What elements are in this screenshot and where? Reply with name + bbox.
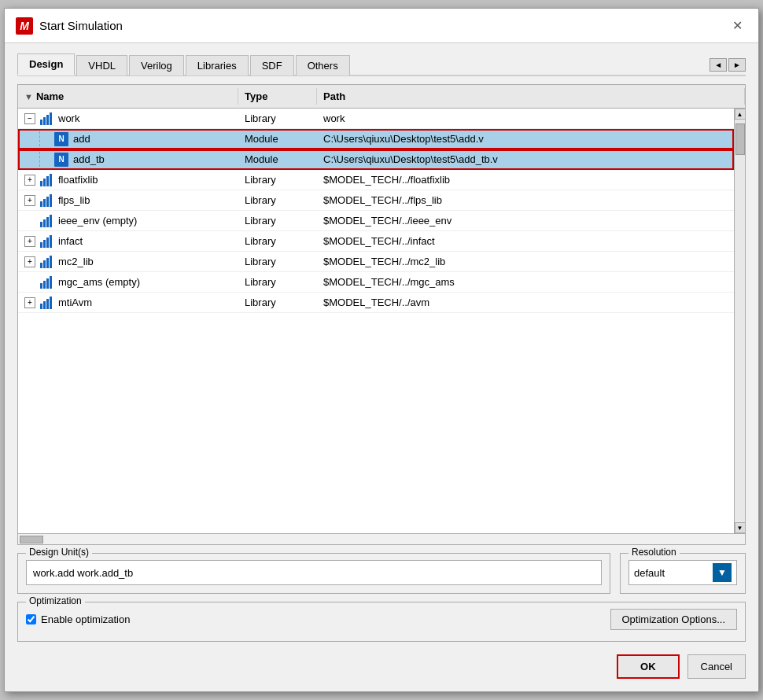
tree-row[interactable]: mgc_ams (empty) Library $MODEL_TECH/../m…	[18, 272, 734, 293]
expand-floatfixlib[interactable]: +	[24, 175, 35, 186]
app-icon: M	[16, 17, 33, 35]
library-icon	[39, 275, 53, 289]
svg-rect-5	[43, 179, 46, 186]
horizontal-scrollbar[interactable]	[18, 533, 745, 544]
scroll-thumb[interactable]	[735, 123, 745, 155]
svg-rect-8	[40, 201, 42, 207]
no-expand	[24, 216, 35, 227]
type-cell: Library	[238, 109, 317, 128]
tab-design[interactable]: Design	[17, 53, 75, 76]
svg-rect-7	[50, 174, 52, 186]
optimization-options-button[interactable]: Optimization Options...	[610, 609, 738, 630]
dialog-content: Design VHDL Verilog Libraries SDF Others…	[5, 43, 758, 691]
tab-sdf[interactable]: SDF	[250, 55, 294, 76]
tree-row[interactable]: + mc2_lib Library $MODEL_TECH/../mc2_lib	[18, 252, 734, 272]
resolution-label: Resolution	[628, 547, 680, 558]
tab-vhdl[interactable]: VHDL	[76, 55, 127, 76]
title-bar: M Start Simulation ✕	[5, 9, 758, 43]
name-cell: ieee_env (empty)	[18, 211, 238, 230]
svg-rect-16	[40, 242, 42, 248]
svg-rect-13	[43, 219, 46, 227]
expand-mtiavm[interactable]: +	[24, 297, 35, 308]
name-cell: N add_tb	[18, 149, 238, 169]
svg-rect-17	[43, 240, 46, 248]
optimization-label: Optimization	[26, 595, 85, 606]
tree-row[interactable]: N add_tb Module C:\Users\qiuxu\Desktop\t…	[18, 149, 734, 170]
svg-rect-19	[50, 235, 52, 248]
optimization-row: Enable optimization Optimization Options…	[26, 609, 737, 630]
library-icon	[39, 234, 53, 249]
tree-row[interactable]: + infact Library $MODEL_TECH/../infact	[18, 231, 734, 252]
tree-row[interactable]: + flps_lib Library $MODEL_TECH/../flps_l…	[18, 190, 734, 211]
svg-rect-4	[40, 181, 42, 186]
library-icon	[39, 173, 53, 187]
tree-body: − work Library work	[18, 109, 734, 533]
tab-bar: Design VHDL Verilog Libraries SDF Others…	[17, 53, 746, 76]
design-units-label: Design Unit(s)	[26, 547, 92, 558]
path-cell: $MODEL_TECH/../mgc_ams	[317, 272, 734, 292]
tree-row[interactable]: ieee_env (empty) Library $MODEL_TECH/../…	[18, 211, 734, 231]
name-cell: + infact	[18, 231, 238, 251]
path-cell: work	[317, 109, 734, 128]
svg-rect-2	[46, 115, 49, 125]
scroll-down-button[interactable]: ▼	[735, 522, 746, 533]
tree-row[interactable]: + mtiAvm Library $MODEL_TECH/../avm	[18, 293, 734, 313]
type-cell: Library	[238, 170, 317, 190]
expand-work[interactable]: −	[24, 113, 35, 124]
svg-rect-3	[50, 112, 52, 125]
svg-rect-30	[46, 299, 49, 309]
tab-libraries[interactable]: Libraries	[186, 55, 249, 76]
svg-rect-29	[43, 301, 46, 309]
resolution-select[interactable]: default ▼	[628, 560, 737, 585]
path-cell: $MODEL_TECH/../avm	[317, 293, 734, 312]
library-icon	[39, 296, 53, 310]
resolution-group: Resolution default ▼	[620, 553, 746, 594]
dropdown-arrow-icon: ▼	[713, 563, 732, 582]
svg-rect-11	[50, 194, 52, 207]
col-path: Path	[317, 88, 745, 105]
cancel-button[interactable]: Cancel	[687, 654, 746, 679]
scroll-track	[735, 120, 745, 522]
svg-rect-6	[46, 176, 49, 186]
module-icon: N	[54, 132, 68, 146]
optimization-check-row: Enable optimization	[26, 613, 130, 625]
svg-rect-24	[40, 283, 42, 289]
type-cell: Library	[238, 190, 317, 210]
path-cell: $MODEL_TECH/../ieee_env	[317, 211, 734, 230]
expand-flps-lib[interactable]: +	[24, 195, 35, 206]
h-scroll-thumb[interactable]	[20, 536, 43, 543]
tree-row[interactable]: − work Library work	[18, 109, 734, 129]
close-button[interactable]: ✕	[728, 17, 747, 35]
library-icon	[39, 214, 53, 228]
tree-header: ▼ Name Type Path	[18, 85, 745, 109]
scroll-up-button[interactable]: ▲	[735, 109, 746, 120]
svg-rect-23	[50, 256, 52, 268]
tab-nav: ◄ ►	[710, 58, 746, 75]
library-icon	[39, 112, 53, 126]
name-cell: mgc_ams (empty)	[18, 272, 238, 292]
svg-rect-31	[50, 297, 52, 309]
tab-verilog[interactable]: Verilog	[129, 55, 184, 76]
vertical-scrollbar[interactable]: ▲ ▼	[734, 109, 745, 533]
name-cell: + floatfixlib	[18, 170, 238, 190]
tree-row[interactable]: N add Module C:\Users\qiuxu\Desktop\test…	[18, 129, 734, 149]
type-cell: Library	[238, 231, 317, 251]
name-cell: + mc2_lib	[18, 252, 238, 271]
svg-rect-10	[46, 197, 49, 207]
type-cell: Library	[238, 293, 317, 312]
ok-button[interactable]: OK	[617, 654, 680, 679]
tab-scroll-right[interactable]: ►	[728, 58, 746, 72]
expand-infact[interactable]: +	[24, 236, 35, 247]
expand-mc2lib[interactable]: +	[24, 256, 35, 267]
tree-row[interactable]: + floatfixlib Library $MODEL_TECH/../flo…	[18, 170, 734, 190]
design-units-input[interactable]	[26, 560, 602, 585]
col-name: ▼ Name	[18, 88, 238, 105]
tab-others[interactable]: Others	[296, 55, 350, 76]
path-cell: $MODEL_TECH/../mc2_lib	[317, 252, 734, 271]
tab-scroll-left[interactable]: ◄	[710, 58, 727, 72]
enable-optimization-checkbox[interactable]	[26, 614, 36, 624]
type-cell: Library	[238, 252, 317, 271]
type-cell: Module	[238, 149, 317, 169]
units-resolution-row: Design Unit(s) Resolution default ▼	[17, 553, 746, 594]
path-cell: C:\Users\qiuxu\Desktop\test5\add.v	[317, 129, 734, 149]
